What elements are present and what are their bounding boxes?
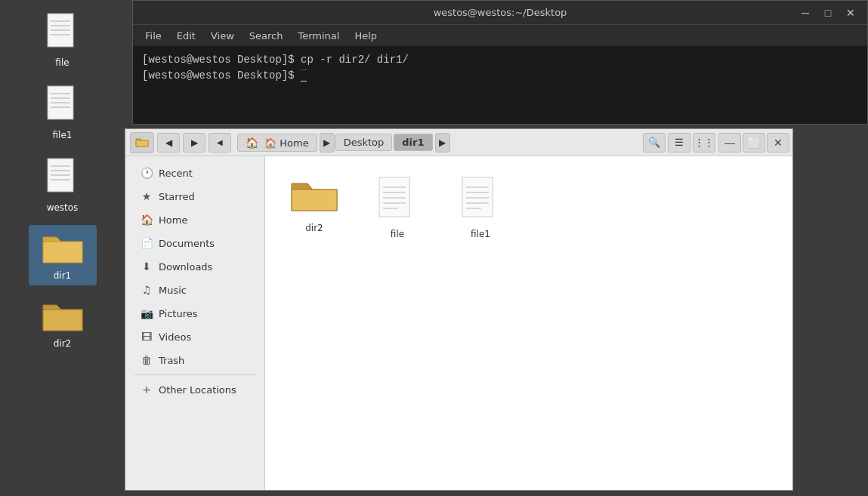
sidebar-item-recent[interactable]: 🕐 Recent	[128, 162, 261, 184]
desktop-icon-file[interactable]: file	[29, 8, 97, 72]
music-icon: ♫	[141, 284, 153, 296]
svg-rect-15	[379, 177, 409, 217]
fm-close-button[interactable]: ✕	[767, 133, 789, 152]
terminal-menu-file[interactable]: File	[139, 29, 168, 43]
terminal-content[interactable]: [westos@westos Desktop]$ cp -r dir2/ dir…	[133, 46, 867, 124]
fm-up-button[interactable]: ◀	[209, 133, 231, 152]
sidebar-item-home[interactable]: 🏠 Home	[128, 208, 261, 231]
sidebar-item-documents[interactable]: 📄 Documents	[128, 232, 261, 254]
documents-icon: 📄	[141, 237, 153, 249]
file-item-file1[interactable]: file1	[446, 171, 514, 244]
home-icon: 🏠	[141, 214, 153, 226]
terminal-window: westos@westos:~/Desktop ─ □ ✕ File Edit …	[132, 0, 868, 125]
fm-body: 🕐 Recent ★ Starred 🏠 Home 📄 Documents ⬇ …	[125, 156, 792, 490]
terminal-cursor: █	[301, 69, 307, 82]
terminal-line1: [westos@westos Desktop]$ cp -r dir2/ dir…	[142, 52, 858, 68]
svg-rect-21	[462, 177, 493, 217]
file-manager: ◀ ▶ ◀ 🏠 🏠 Home ▶ Desktop dir1 ▶ 🔍 ☰ ⋮⋮ —	[125, 128, 793, 491]
breadcrumb-arrow-2[interactable]: ▶	[435, 133, 450, 152]
sidebar-item-videos[interactable]: 🎞 Videos	[128, 325, 261, 348]
desktop-icon-file1[interactable]: file1	[29, 80, 97, 145]
videos-icon: 🎞	[141, 331, 153, 343]
breadcrumb-dir1[interactable]: dir1	[394, 134, 432, 151]
terminal-close-button[interactable]: ✕	[840, 5, 861, 21]
fm-folder-icon-button[interactable]	[130, 132, 154, 153]
recent-icon: 🕐	[141, 167, 153, 179]
file-item-dir2[interactable]: dir2	[280, 171, 348, 244]
terminal-controls: ─ □ ✕	[795, 5, 861, 21]
fm-sidebar: 🕐 Recent ★ Starred 🏠 Home 📄 Documents ⬇ …	[125, 156, 265, 490]
fm-files-area: dir2 file	[265, 156, 792, 490]
desktop-icon-dir1[interactable]: dir1	[29, 225, 97, 285]
sidebar-item-music[interactable]: ♫ Music	[128, 279, 261, 301]
terminal-line2: [westos@westos Desktop]$ █	[142, 68, 858, 84]
fm-forward-button[interactable]: ▶	[183, 133, 205, 152]
other-locations-icon: +	[141, 384, 153, 396]
downloads-icon: ⬇	[141, 260, 153, 273]
terminal-minimize-button[interactable]: ─	[795, 5, 816, 21]
sidebar-item-starred[interactable]: ★ Starred	[128, 185, 261, 208]
terminal-menu-search[interactable]: Search	[243, 29, 289, 43]
fm-titlebar: ◀ ▶ ◀ 🏠 🏠 Home ▶ Desktop dir1 ▶ 🔍 ☰ ⋮⋮ —	[125, 129, 792, 156]
desktop-icon-westos[interactable]: westos	[29, 152, 97, 217]
terminal-menu-edit[interactable]: Edit	[171, 29, 202, 43]
sidebar-item-trash[interactable]: 🗑 Trash	[128, 349, 261, 371]
terminal-menubar: File Edit View Search Terminal Help	[133, 25, 867, 46]
breadcrumb-desktop[interactable]: Desktop	[335, 134, 393, 151]
terminal-menu-view[interactable]: View	[205, 29, 240, 43]
desktop-icon-dir2[interactable]: dir2	[29, 293, 97, 353]
sidebar-item-other-locations[interactable]: + Other Locations	[128, 378, 261, 401]
fm-toolbar-right: 🔍 ☰ ⋮⋮	[643, 133, 718, 152]
fm-grid-view-button[interactable]: ⋮⋮	[693, 133, 715, 152]
breadcrumb-arrow-1[interactable]: ▶	[320, 133, 335, 152]
starred-icon: ★	[141, 190, 153, 202]
sidebar-item-downloads[interactable]: ⬇ Downloads	[128, 255, 261, 278]
breadcrumb-home[interactable]: 🏠 🏠 Home	[237, 134, 317, 152]
fm-maximize-button[interactable]: ⬜	[743, 133, 765, 152]
fm-window-controls: — ⬜ ✕	[718, 133, 789, 152]
trash-icon: 🗑	[141, 354, 153, 366]
terminal-menu-help[interactable]: Help	[348, 29, 383, 43]
terminal-maximize-button[interactable]: □	[817, 5, 839, 21]
pictures-icon: 📷	[141, 307, 153, 319]
fm-minimize-button[interactable]: —	[718, 133, 741, 152]
file-item-file[interactable]: file	[363, 171, 431, 244]
fm-back-button[interactable]: ◀	[157, 133, 180, 152]
breadcrumb: 🏠 🏠 Home ▶ Desktop dir1 ▶	[237, 133, 451, 152]
terminal-title: westos@westos:~/Desktop	[434, 7, 567, 18]
sidebar-divider	[134, 374, 255, 375]
terminal-titlebar: westos@westos:~/Desktop ─ □ ✕	[133, 1, 867, 25]
fm-list-view-button[interactable]: ☰	[668, 133, 690, 152]
desktop: file file1 westos dir1	[0, 0, 125, 496]
terminal-menu-terminal[interactable]: Terminal	[292, 29, 345, 43]
fm-search-button[interactable]: 🔍	[643, 133, 666, 152]
sidebar-item-pictures[interactable]: 📷 Pictures	[128, 302, 261, 325]
